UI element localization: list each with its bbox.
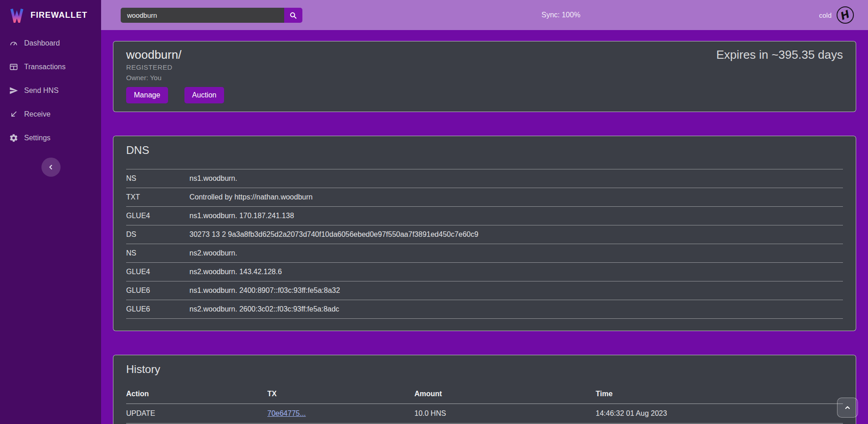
history-time-cell: 14:46:32 01 Aug 2023 [596,404,843,424]
dns-record-row: NS ns2.woodburn. [126,244,843,263]
search-icon [289,11,297,20]
tx-link[interactable]: 70e64775... [267,409,306,417]
manage-button[interactable]: Manage [126,87,168,103]
dns-record-value: Controlled by https://nathan.woodburn [189,188,843,207]
sidebar-item-settings[interactable]: Settings [0,131,101,145]
domain-name: woodburn/ [126,47,181,62]
dns-record-type: NS [126,244,189,263]
dns-record-value: 30273 13 2 9a3a8fb3d625d2a2073d740f10da6… [189,225,843,244]
main-content: woodburn/ Expires in ~395.35 days REGIST… [101,30,868,424]
wallet-mode-label: cold [819,11,832,19]
receive-arrow-icon [9,110,18,119]
sidebar-item-dashboard[interactable]: Dashboard [0,36,101,51]
dns-record-type: GLUE6 [126,281,189,300]
firewallet-logo-icon [9,7,25,23]
sync-status: Sync: 100% [541,0,580,30]
dns-record-row: DS 30273 13 2 9a3a8fb3d625d2a2073d740f10… [126,225,843,244]
dns-record-type: DS [126,225,189,244]
search-group [121,8,302,23]
handshake-h-glyph: H [840,8,850,22]
dns-record-type: GLUE4 [126,207,189,225]
dns-title: DNS [113,143,856,157]
history-card: History Action TX Amount Time UPDATE 70e… [113,355,856,424]
auction-button[interactable]: Auction [184,87,224,103]
dns-record-row: GLUE6 ns1.woodburn. 2400:8907::f03c:93ff… [126,281,843,300]
dns-table: NS ns1.woodburn. TXT Controlled by https… [126,169,843,319]
sidebar-item-transactions[interactable]: Transactions [0,60,101,74]
history-header-row: Action TX Amount Time [126,384,843,404]
sidebar-item-receive[interactable]: Receive [0,107,101,122]
send-icon [9,86,18,95]
dns-record-value: ns1.woodburn. 170.187.241.138 [189,207,843,225]
sidebar-item-label: Receive [24,110,51,118]
sidebar-menu: Dashboard Transactions Send HNS [0,30,101,145]
dns-record-row: GLUE6 ns2.woodburn. 2600:3c02::f03c:93ff… [126,300,843,319]
dashboard-icon [9,39,18,48]
dns-record-row: GLUE4 ns2.woodburn. 143.42.128.6 [126,263,843,281]
domain-owner: Owner: You [126,74,843,82]
sidebar-item-label: Settings [24,134,51,142]
search-input[interactable] [121,8,284,23]
transactions-icon [9,62,18,72]
handshake-hns-icon[interactable]: H [837,6,854,24]
brand: FIREWALLET [0,0,101,30]
domain-status: REGISTERED [126,63,843,71]
history-col-time: Time [596,384,843,404]
history-table: Action TX Amount Time UPDATE 70e64775...… [126,384,843,424]
wallet-status-group: cold H [819,0,854,30]
dns-record-value: ns1.woodburn. 2400:8907::f03c:93ff:fe5a:… [189,281,843,300]
dns-record-value: ns1.woodburn. [189,169,843,188]
search-button[interactable] [284,8,302,23]
history-title: History [113,363,856,376]
dns-record-type: GLUE4 [126,263,189,281]
sidebar-item-label: Dashboard [24,39,60,47]
history-row: UPDATE 70e64775... 10.0 HNS 14:46:32 01 … [126,404,843,424]
dns-record-row: TXT Controlled by https://nathan.woodbur… [126,188,843,207]
top-navbar: Sync: 100% cold H [101,0,868,30]
sidebar-item-send-hns[interactable]: Send HNS [0,83,101,98]
dns-record-row: GLUE4 ns1.woodburn. 170.187.241.138 [126,207,843,225]
history-col-tx: TX [267,384,414,404]
dns-record-type: TXT [126,188,189,207]
dns-card: DNS NS ns1.woodburn. TXT Controlled by h… [113,136,856,331]
dns-record-value: ns2.woodburn. 143.42.128.6 [189,263,843,281]
dns-record-value: ns2.woodburn. [189,244,843,263]
domain-card: woodburn/ Expires in ~395.35 days REGIST… [113,41,856,112]
domain-expiry: Expires in ~395.35 days [716,47,843,62]
brand-name: FIREWALLET [31,10,87,20]
scroll-to-top-button[interactable] [837,398,858,418]
history-amount-cell: 10.0 HNS [414,404,596,424]
chevron-up-icon [844,404,851,411]
sidebar-item-label: Transactions [24,63,66,71]
sidebar-item-label: Send HNS [24,87,59,95]
sidebar-collapse-button[interactable] [41,158,61,177]
history-col-action: Action [126,384,267,404]
dns-record-value: ns2.woodburn. 2600:3c02::f03c:93ff:fe5a:… [189,300,843,319]
history-col-amount: Amount [414,384,596,404]
dns-record-type: NS [126,169,189,188]
history-action-cell: UPDATE [126,404,267,424]
sidebar: FIREWALLET Dashboard Transactions [0,0,101,424]
gear-icon [9,133,18,143]
dns-record-row: NS ns1.woodburn. [126,169,843,188]
dns-record-type: GLUE6 [126,300,189,319]
chevron-left-icon [47,163,55,171]
